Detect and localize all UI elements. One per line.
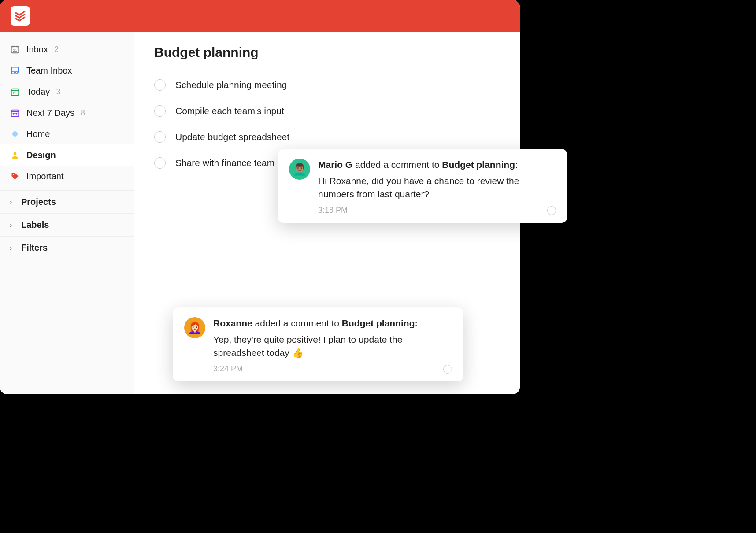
task-title: Share with finance team [175, 158, 274, 168]
avatar-emoji: 👩🏻‍🦰 [188, 321, 202, 335]
mark-read-button[interactable] [547, 206, 556, 215]
sidebar-item-team-inbox[interactable]: Team Inbox [0, 60, 134, 81]
task-row[interactable]: Update budget spreadsheet [154, 124, 500, 150]
calendar-week-icon [10, 107, 20, 118]
notification-time: 3:24 PM [213, 364, 243, 374]
sidebar-item-count: 2 [54, 45, 59, 54]
task-title: Compile each team's input [175, 106, 284, 116]
task-title: Update budget spreadsheet [175, 132, 289, 142]
app-logo[interactable] [11, 6, 30, 26]
sidebar-section-label: Labels [21, 220, 49, 230]
notification-headline: Roxanne added a comment to Budget planni… [213, 317, 452, 329]
avatar-emoji: 👨🏽‍🦱 [293, 163, 307, 176]
notification-author: Mario G [318, 159, 352, 170]
svg-point-9 [13, 174, 14, 175]
person-icon [10, 150, 20, 160]
notification-content: Mario G added a comment to Budget planni… [318, 159, 556, 215]
sidebar-item-label: Home [26, 129, 50, 139]
sidebar-item-label: Next 7 Days [26, 108, 74, 118]
svg-text:21: 21 [13, 91, 17, 95]
sidebar-item-home[interactable]: Home [0, 123, 134, 144]
sidebar-section-filters[interactable]: › Filters [0, 236, 134, 259]
svg-point-8 [14, 152, 17, 155]
sidebar-item-count: 8 [81, 108, 85, 118]
sidebar-item-label: Team Inbox [26, 66, 72, 76]
task-checkbox[interactable] [154, 131, 166, 143]
sidebar-item-inbox[interactable]: 21 Inbox 2 [0, 39, 134, 60]
notification-target: Budget planning: [442, 159, 518, 170]
task-checkbox[interactable] [154, 157, 166, 169]
task-row[interactable]: Compile each team's input [154, 98, 500, 124]
sidebar-item-label: Today [26, 87, 50, 97]
sidebar-item-count: 3 [56, 87, 60, 96]
notification-time: 3:18 PM [318, 206, 348, 215]
chevron-right-icon: › [10, 221, 16, 229]
task-checkbox[interactable] [154, 105, 166, 117]
sidebar-item-label: Important [26, 171, 63, 181]
chevron-right-icon: › [10, 244, 16, 252]
notification-toast[interactable]: 👩🏻‍🦰 Roxanne added a comment to Budget p… [173, 307, 463, 381]
notification-headline: Mario G added a comment to Budget planni… [318, 159, 556, 171]
svg-point-7 [16, 113, 17, 114]
chevron-right-icon: › [10, 198, 16, 206]
task-title: Schedule planning meeting [175, 80, 287, 90]
today-icon: 21 [10, 86, 20, 97]
sidebar-item-today[interactable]: 21 Today 3 [0, 81, 134, 102]
svg-point-5 [13, 113, 14, 114]
notification-author: Roxanne [213, 318, 252, 328]
sidebar-section-label: Projects [21, 197, 56, 207]
todoist-logo-icon [15, 10, 26, 22]
tag-icon [10, 171, 20, 181]
sidebar: 21 Inbox 2 Team Inbox 21 Today 3 [0, 32, 134, 394]
notification-action: added a comment to [352, 159, 442, 170]
avatar: 👨🏽‍🦱 [289, 159, 310, 180]
notification-body: Yep, they're quite positive! I plan to u… [213, 333, 452, 359]
svg-point-6 [15, 113, 15, 114]
team-inbox-icon [10, 65, 20, 76]
page-title: Budget planning [154, 45, 500, 60]
sidebar-section-projects[interactable]: › Projects [0, 190, 134, 213]
notification-toast[interactable]: 👨🏽‍🦱 Mario G added a comment to Budget p… [278, 149, 567, 223]
task-row[interactable]: Schedule planning meeting [154, 72, 500, 98]
project-dot-icon [10, 129, 20, 139]
sidebar-item-important[interactable]: Important [0, 166, 134, 187]
sidebar-section-labels[interactable]: › Labels [0, 213, 134, 236]
avatar: 👩🏻‍🦰 [184, 317, 205, 338]
notification-target: Budget planning: [342, 318, 418, 328]
top-bar [0, 0, 520, 32]
sidebar-item-label: Design [26, 150, 56, 160]
notification-body: Hi Roxanne, did you have a chance to rev… [318, 174, 556, 200]
notification-action: added a comment to [252, 318, 342, 328]
sidebar-item-next7days[interactable]: Next 7 Days 8 [0, 102, 134, 123]
task-checkbox[interactable] [154, 79, 166, 91]
inbox-icon: 21 [10, 44, 20, 55]
sidebar-item-label: Inbox [26, 44, 48, 55]
sidebar-section-label: Filters [21, 243, 48, 253]
svg-text:21: 21 [13, 48, 17, 52]
mark-read-button[interactable] [443, 365, 452, 374]
notification-content: Roxanne added a comment to Budget planni… [213, 317, 452, 374]
sidebar-item-design[interactable]: Design [0, 144, 134, 166]
